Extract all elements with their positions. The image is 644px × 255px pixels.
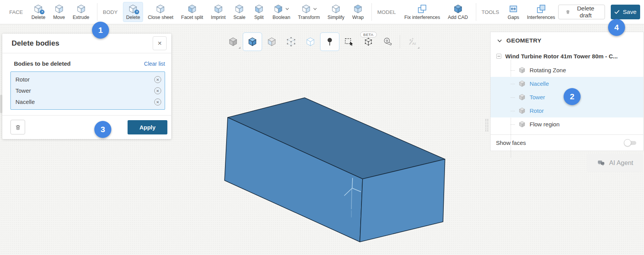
collapse-icon[interactable] [496, 54, 501, 59]
cube-split-icon [254, 4, 264, 14]
model-section-label: MODEL [377, 9, 396, 15]
show-faces-toggle[interactable] [624, 139, 636, 146]
save-button[interactable]: Save [611, 5, 640, 19]
chevron-down-icon[interactable] [313, 7, 317, 11]
edge-select-button[interactable] [301, 32, 320, 51]
viewport-toolbar-separator [400, 35, 400, 48]
body-cube-icon [518, 66, 526, 74]
tree-item-nacelle[interactable]: Nacelle [491, 77, 643, 90]
step-badge-4: 4 [608, 19, 625, 36]
panel-resize-handle[interactable] [486, 119, 488, 131]
body-wrap-button[interactable]: Wrap [349, 2, 367, 22]
viewport-canvas[interactable]: BETA AI [0, 24, 644, 255]
ai-wand-icon: AI [407, 37, 417, 47]
body-scale-button[interactable]: Scale [230, 2, 249, 22]
body-cube-icon [518, 94, 526, 101]
check-icon [614, 9, 620, 15]
vertex-select-button[interactable] [281, 32, 301, 51]
chevron-down-icon [497, 38, 502, 43]
body-split-button[interactable]: Split [250, 2, 268, 22]
delete-draft-button[interactable]: Delete draft [558, 5, 605, 19]
body-boolean-button[interactable]: Boolean [269, 2, 293, 22]
tools-gaps-button[interactable]: Gaps [504, 2, 522, 22]
trash-icon [566, 9, 570, 15]
dialog-body: Bodies to be deleted Clear list Rotor To… [2, 53, 171, 110]
face-extrude-button[interactable]: Extrude [70, 2, 92, 22]
remove-item-icon[interactable] [154, 87, 161, 94]
ai-agent-button[interactable]: AI Agent [587, 154, 643, 172]
list-item[interactable]: Nacelle [11, 96, 165, 107]
apply-button[interactable]: Apply [128, 120, 167, 134]
tree-item-rotating-zone[interactable]: Rotating Zone [491, 63, 643, 77]
tools-tool-group: TOOLS Gaps Interferences [481, 2, 559, 22]
clear-list-link[interactable]: Clear list [144, 61, 165, 67]
remove-item-icon[interactable] [154, 99, 161, 105]
body-imprint-button[interactable]: Imprint [208, 2, 228, 22]
face-select-cube-icon [267, 37, 277, 47]
model-fix-interferences-button[interactable]: Fix interferences [401, 2, 443, 22]
face-select-button[interactable] [262, 32, 281, 51]
chat-bubbles-icon [597, 159, 605, 167]
cube-close-sheet-icon [155, 4, 165, 14]
tree-item-flow-region[interactable]: Flow region [491, 117, 643, 131]
delete-badge-icon [40, 10, 44, 14]
svg-text:AI: AI [412, 41, 416, 46]
tools-interferences-button[interactable]: Interferences [524, 2, 558, 22]
list-item[interactable]: Rotor [11, 74, 165, 85]
box-select-button[interactable] [339, 32, 359, 51]
solid-cube-icon [228, 37, 238, 47]
delete-operation-button[interactable] [10, 120, 25, 134]
body-select-cube-icon [247, 37, 257, 47]
body-section-label: BODY [103, 9, 118, 15]
body-transform-button[interactable]: Transform [295, 2, 323, 22]
ai-tools-button[interactable]: AI [402, 32, 422, 51]
bodies-to-delete-list[interactable]: Rotor Tower Nacelle [10, 71, 165, 110]
gaps-icon [508, 4, 518, 14]
bodies-section-label: Bodies to be deleted [14, 60, 71, 67]
top-toolbar: FACE Delete Move Extrude BODY Delete [0, 0, 644, 24]
remove-item-icon[interactable] [154, 76, 161, 83]
cad-edit-window: FACE Delete Move Extrude BODY Delete [0, 0, 644, 255]
close-icon[interactable] [153, 36, 167, 50]
cube-move-icon [54, 4, 64, 14]
cube-simplify-icon [331, 4, 341, 14]
wind-turbine-sketch [344, 178, 361, 217]
view-mode-button[interactable] [223, 32, 243, 51]
face-delete-button[interactable]: Delete [28, 2, 48, 22]
long-press-corner-icon [239, 47, 240, 49]
list-item[interactable]: Tower [11, 85, 165, 96]
step-badge-1: 1 [92, 22, 109, 39]
body-delete-button[interactable]: Delete [123, 2, 143, 22]
face-move-button[interactable]: Move [50, 2, 68, 22]
topology-cube-icon [364, 37, 373, 46]
face-tool-group: FACE Delete Move Extrude [9, 2, 92, 22]
tree-item-rotor[interactable]: Rotor [491, 104, 643, 117]
mesh-beta-button[interactable]: BETA [359, 32, 378, 51]
cube-facet-split-icon [187, 4, 197, 14]
measure-button[interactable] [378, 32, 397, 51]
body-cube-icon [518, 107, 526, 114]
body-simplify-button[interactable]: Simplify [324, 2, 348, 22]
toolbar-separator [97, 3, 97, 21]
delete-bodies-dialog: Delete bodies Bodies to be deleted Clear… [2, 34, 171, 139]
pin-selection-button[interactable] [320, 32, 339, 51]
edge-select-cube-icon [305, 37, 315, 47]
chevron-down-icon[interactable] [285, 7, 289, 11]
model-add-cad-button[interactable]: Add CAD [445, 2, 471, 22]
overlapping-squares-icon [417, 4, 427, 14]
body-select-button[interactable] [243, 32, 262, 51]
dialog-title: Delete bodies [12, 39, 60, 48]
toolbar-separator [371, 3, 372, 21]
body-close-sheet-button[interactable]: Close sheet [145, 2, 176, 22]
cube-boolean-icon [273, 4, 283, 14]
interferences-icon [536, 4, 546, 14]
tape-measure-icon [383, 37, 393, 47]
show-faces-label: Show faces [496, 139, 624, 146]
beta-badge: BETA [360, 32, 377, 37]
tree-root-row[interactable]: Wind Turbine Rotor 41m Tower 80m - C... [491, 49, 643, 63]
cube-wrap-icon [353, 4, 363, 14]
add-cad-icon [453, 4, 463, 14]
dialog-footer: Apply [2, 115, 171, 139]
body-facet-split-button[interactable]: Facet split [178, 2, 206, 22]
viewport-toolbar: BETA AI [223, 32, 422, 51]
